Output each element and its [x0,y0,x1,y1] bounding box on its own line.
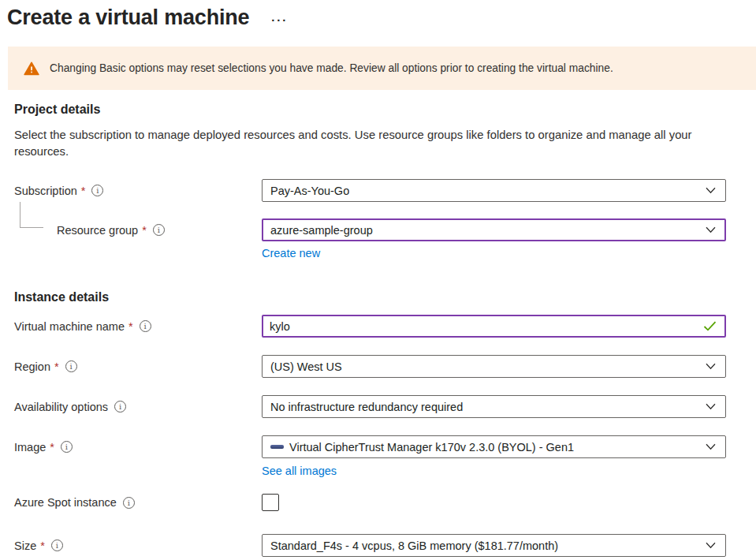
resource-group-label-text: Resource group [57,224,138,237]
image-logo-icon [270,445,284,449]
resource-group-connector-line [20,202,43,228]
image-dropdown[interactable]: Virtual CipherTrust Manager k170v 2.3.0 … [262,435,726,458]
form-row-azure-spot: Azure Spot instance i [14,494,756,511]
instance-details-form: Virtual machine name * i Region * i [14,315,756,557]
project-details-description: Select the subscription to manage deploy… [14,127,728,160]
chevron-down-icon [706,363,716,370]
valid-check-icon [703,321,717,331]
vm-name-input[interactable] [270,320,703,333]
warning-banner: Changing Basic options may reset selecti… [8,47,756,90]
page-header: Create a virtual machine ··· [0,0,756,30]
form-row-vm-name: Virtual machine name * i [14,315,756,338]
more-options-button[interactable]: ··· [271,17,288,24]
region-label: Region * i [14,360,262,373]
image-label-text: Image [14,441,46,454]
availability-label-text: Availability options [14,401,108,413]
info-icon[interactable]: i [114,401,126,413]
image-label: Image * i [14,441,262,454]
create-vm-page: Create a virtual machine ··· Changing Ba… [0,0,756,560]
region-value: (US) West US [270,360,342,373]
project-details-heading: Project details [14,103,756,117]
chevron-down-icon [706,542,716,549]
subscription-value: Pay-As-You-Go [270,185,349,197]
size-label: Size * i [14,539,262,552]
form-row-resource-group: Resource group * i azure-sample-group [14,218,756,241]
info-icon[interactable]: i [123,497,135,509]
resource-group-dropdown[interactable]: azure-sample-group [262,218,726,241]
availability-value: No infrastructure redundancy required [270,401,463,413]
ellipsis-icon: ··· [271,13,288,27]
vm-name-label-text: Virtual machine name [14,320,125,333]
form-row-availability: Availability options i No infrastructure… [14,395,756,418]
info-icon[interactable]: i [65,360,77,372]
form-row-subscription: Subscription * i Pay-As-You-Go [14,179,756,202]
resource-group-label: Resource group * i [14,224,262,237]
chevron-down-icon [706,443,716,450]
image-value: Virtual CipherTrust Manager k170v 2.3.0 … [289,441,574,454]
size-value: Standard_F4s - 4 vcpus, 8 GiB memory ($1… [270,539,558,552]
see-all-images-link[interactable]: See all images [262,465,337,477]
info-icon[interactable]: i [51,539,63,551]
form-row-size: Size * i Standard_F4s - 4 vcpus, 8 GiB m… [14,534,756,557]
form-row-region: Region * i (US) West US [14,355,756,378]
required-marker: * [142,224,147,237]
project-details-form: Subscription * i Pay-As-You-Go Resource … [14,179,756,260]
resource-group-value: azure-sample-group [270,224,373,237]
subscription-dropdown[interactable]: Pay-As-You-Go [262,179,726,202]
form-row-image: Image * i Virtual CipherTrust Manager k1… [14,435,756,458]
info-icon[interactable]: i [61,441,73,453]
warning-text: Changing Basic options may reset selecti… [50,62,613,74]
instance-details-heading: Instance details [14,290,756,304]
chevron-down-icon [706,226,716,233]
info-icon[interactable]: i [140,320,151,332]
required-marker: * [54,360,59,373]
vm-name-field [262,315,726,338]
azure-spot-label: Azure Spot instance i [14,496,262,509]
required-marker: * [50,441,54,454]
required-marker: * [128,320,133,333]
chevron-down-icon [706,187,716,194]
subscription-label-text: Subscription [14,185,77,197]
vm-name-label: Virtual machine name * i [14,320,262,333]
form-row-see-all-images: See all images [14,464,756,478]
region-label-text: Region [14,360,50,373]
availability-label: Availability options i [14,401,262,413]
form-row-create-new: Create new [14,246,756,260]
availability-options-dropdown[interactable]: No infrastructure redundancy required [262,395,726,418]
region-dropdown[interactable]: (US) West US [262,355,726,378]
page-title: Create a virtual machine [7,6,249,30]
subscription-label: Subscription * i [14,185,262,197]
chevron-down-icon [706,403,716,410]
azure-spot-checkbox[interactable] [262,494,279,511]
info-icon[interactable]: i [91,185,103,196]
warning-icon [24,62,39,76]
azure-spot-label-text: Azure Spot instance [14,496,117,509]
info-icon[interactable]: i [153,224,165,236]
required-marker: * [40,539,45,552]
size-dropdown[interactable]: Standard_F4s - 4 vcpus, 8 GiB memory ($1… [262,534,726,557]
create-new-link[interactable]: Create new [262,247,320,259]
size-label-text: Size [14,539,36,552]
required-marker: * [81,185,86,197]
